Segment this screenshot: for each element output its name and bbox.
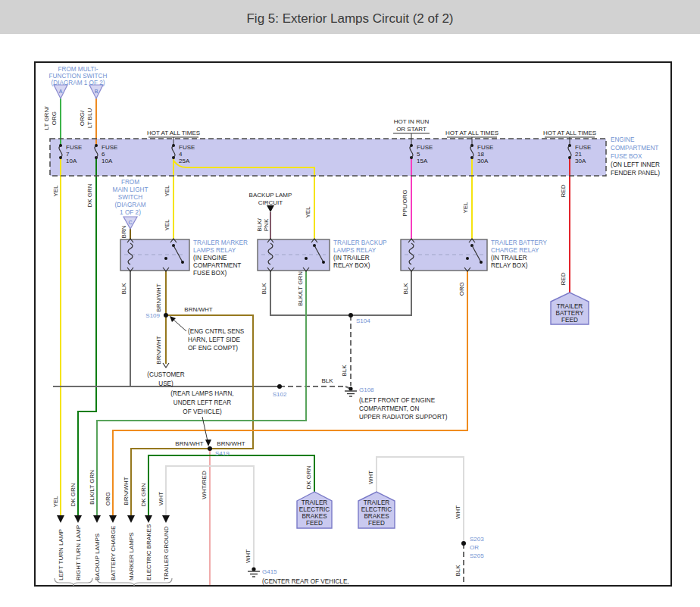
- lbl-dkgrn-feed: DK GRN: [305, 465, 312, 489]
- splice-s109-label: S109: [145, 312, 160, 319]
- lbl-blkltgrn-r2: BLK/LT GRN: [297, 271, 304, 306]
- arrow-backup-lamps: [93, 515, 101, 523]
- terminal-battery-charge: BATTERY CHARGE: [110, 526, 117, 580]
- lbl-blk-s104: BLK: [341, 365, 348, 377]
- page-title: Fig 5: Exterior Lamps Circuit (2 of 2): [246, 11, 453, 26]
- wire-label-lt-grn-2: ORG: [51, 111, 58, 125]
- arrow-electric-brakes: [145, 515, 152, 523]
- wire-label-org-blu-2: LT BLU: [86, 108, 93, 129]
- pentagon-trailer-electric-brakes-feed-1: TRAILER ELECTRIC BRAKES FEED: [297, 492, 332, 528]
- mfs-line3: (DIAGRAM 1 OF 2): [52, 80, 105, 86]
- brakes-feed2-line2: ELECTRIC: [361, 506, 392, 513]
- lbl-brnwht-s419r: BRN/WHT: [217, 440, 245, 447]
- lbl-dkgrn-f6: DK GRN: [86, 183, 93, 207]
- wire-label-lt-grn-1: LT GRN/: [43, 106, 50, 130]
- fuse18-word: FUSE: [477, 144, 493, 151]
- pentagon-trailer-battery-feed: TRAILER BATTERY FEED: [551, 293, 589, 324]
- connector-b-letter: B: [95, 89, 98, 94]
- fusebox-name-3: FUSE BOX: [611, 153, 642, 160]
- note-engcntrl-2: HARN, LEFT SIDE: [188, 336, 241, 343]
- relay3-name-1: TRAILER BATTERY: [491, 239, 547, 246]
- ground-g108-label: G108: [359, 386, 374, 393]
- note-rearlamps-arrowhead: [205, 440, 211, 446]
- relay3-loc-1: (IN TRAILER: [491, 255, 527, 261]
- splice-s419-label: S419: [215, 450, 230, 457]
- arrow-left-turn-lamp: [57, 515, 64, 523]
- ground-g415-icon: [248, 567, 260, 577]
- lbl-brnwht-s419l: BRN/WHT: [175, 440, 203, 447]
- fuse5-amps: 15A: [417, 158, 428, 164]
- relay1-name-1: TRAILER MARKER: [193, 239, 248, 246]
- engine-fuse-box: [50, 139, 606, 176]
- mls-line1: FROM: [121, 179, 139, 186]
- lbl-red-1: RED: [560, 184, 567, 197]
- fuse21-amps: 30A: [575, 158, 586, 164]
- brakes-feed1-line4: FEED: [306, 520, 323, 527]
- relay1-name-2: LAMPS RELAY: [193, 247, 236, 254]
- lbl-blk-r1: BLK: [120, 283, 127, 295]
- lbl-yel-branch: YEL: [305, 206, 311, 218]
- mls-line4: (DIAGRAM: [115, 202, 146, 208]
- hot-label-fuse21: HOT AT ALL TIMES: [543, 130, 596, 136]
- relay-trailer-battery-charge: [401, 239, 487, 271]
- fuse7-number: 7: [66, 151, 70, 158]
- fuse7-word: FUSE: [66, 144, 82, 151]
- hot-label-fuse18: HOT AT ALL TIMES: [445, 130, 498, 136]
- fuse6-word: FUSE: [102, 144, 117, 151]
- lbl-blk-r3: BLK: [402, 283, 409, 295]
- lbl-brn: BRN: [120, 225, 127, 238]
- mls-line3: SWITCH: [118, 194, 142, 201]
- lbl-brnwht-r1: BRN/WHT: [155, 283, 162, 311]
- terminal-marker-lamps: MARKER LAMPS: [128, 532, 135, 580]
- brakes-feed1-line2: ELECTRIC: [299, 506, 330, 513]
- connector-c-letter: C: [128, 220, 132, 225]
- fusebox-name-5: FENDER PANEL): [611, 170, 660, 177]
- fuse18-number: 18: [477, 151, 484, 158]
- lbl-brnwht-term: BRN/WHT: [123, 477, 130, 505]
- splice-s203-label-2: OR: [470, 544, 479, 551]
- fuse21-word: FUSE: [575, 144, 591, 151]
- lbl-blk-s203: BLK: [455, 565, 461, 577]
- fuse18-amps: 30A: [477, 158, 489, 164]
- mls-line5: 1 OF 2): [120, 209, 141, 216]
- fuse6-number: 6: [102, 151, 105, 158]
- hot-label-fuse4: HOT AT ALL TIMES: [147, 130, 200, 136]
- lbl-wht-feed: WHT: [367, 471, 374, 484]
- hot-label-fuse5-2: OR START: [396, 126, 427, 133]
- terminal-left-turn-lamp: LEFT TURN LAMP: [58, 529, 64, 580]
- connector-b-icon: B: [89, 85, 103, 99]
- lbl-blkpnk-1: BLK/: [256, 218, 263, 232]
- splice-s104-dot: [348, 313, 353, 318]
- fuse6-amps: 10A: [102, 158, 113, 164]
- lbl-blkltgrn-term: BLK/LT GRN: [89, 470, 95, 505]
- backup-circuit-2: CIRCUIT: [258, 199, 283, 206]
- splice-s102-dot: [277, 384, 282, 389]
- fuse4-amps: 25A: [179, 158, 190, 164]
- fusebox-name-2: COMPARTMENT: [611, 145, 658, 152]
- lbl-wht-s203: WHT: [455, 505, 461, 519]
- pentagon-trailer-electric-brakes-feed-2: TRAILER ELECTRIC BRAKES FEED: [358, 492, 395, 528]
- wire-dk-grn-brakes-feed: [148, 455, 314, 515]
- splice-s203-label-3: S205: [470, 552, 484, 559]
- backup-lamp-arrow-icon: [267, 205, 274, 212]
- lbl-blk-r2: BLK: [261, 283, 267, 295]
- note-engcntrl-3: OF ENG COMPT): [188, 345, 238, 352]
- connector-a-icon: A: [54, 85, 67, 99]
- lbl-blk-s102: BLK: [321, 377, 333, 384]
- brakes-feed2-line3: BRAKES: [364, 513, 389, 520]
- terminal-right-turn-lamp: RIGHT TURN LAMP: [75, 525, 82, 580]
- brakes-feed1-line1: TRAILER: [302, 499, 328, 506]
- lbl-dkgrn-term: DK GRN: [70, 483, 77, 506]
- splice-s419-dot: [208, 446, 212, 451]
- splice-s102-label: S102: [273, 391, 287, 398]
- relay2-name-1: TRAILER BACKUP: [333, 239, 387, 246]
- note-rearlamps-3: OF VEHICLE): [183, 408, 222, 415]
- splice-s203-dot: [461, 541, 466, 546]
- arrow-trailer-ground: [162, 515, 170, 523]
- lbl-org-term: ORG: [105, 492, 111, 505]
- fuse7-amps: 10A: [66, 158, 77, 164]
- hot-label-fuse5-1: HOT IN RUN: [394, 118, 430, 125]
- brakes-feed1-line3: BRAKES: [302, 513, 327, 520]
- note-rearlamps-2: UNDER LEFT REAR: [173, 399, 231, 406]
- brakes-feed2-line4: FEED: [368, 520, 385, 527]
